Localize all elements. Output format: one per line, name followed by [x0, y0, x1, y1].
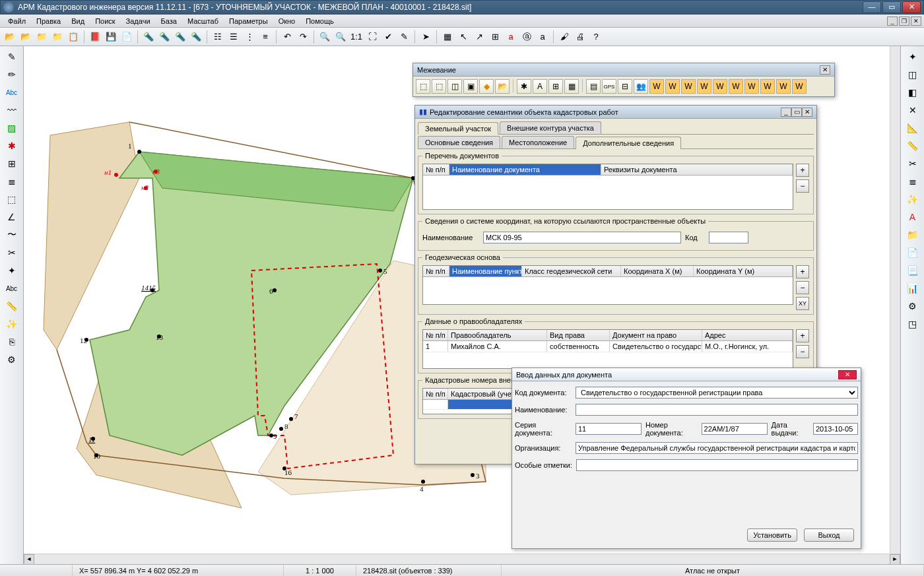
menu-search[interactable]: Поиск [90, 16, 120, 26]
flashlight3-icon[interactable]: 🔦 [173, 30, 187, 44]
r-doc2-icon[interactable]: 📃 [905, 263, 921, 278]
menu-view[interactable]: Вид [66, 16, 90, 26]
doc-name-input[interactable] [576, 404, 858, 416]
owner-add-button[interactable]: + [796, 329, 809, 342]
zoomout-icon[interactable]: 🔍 [333, 30, 348, 44]
mt-w5-icon[interactable]: W [713, 79, 727, 94]
geo-remove-button[interactable]: − [796, 281, 809, 294]
doc-date-input[interactable] [813, 423, 858, 435]
survey-toolbar-close-button[interactable]: ✕ [820, 65, 830, 75]
flashlight1-icon[interactable]: 🔦 [141, 30, 156, 44]
close-button[interactable]: ✕ [902, 1, 921, 13]
r-chart-icon[interactable]: 📊 [905, 280, 921, 296]
r-tool3-icon[interactable]: ◧ [905, 84, 921, 100]
menu-edit[interactable]: Правка [31, 16, 66, 26]
mt-gps-icon[interactable]: GPS [602, 79, 616, 94]
mt-poly4-icon[interactable]: ▣ [463, 79, 478, 94]
mt-w1-icon[interactable]: W [649, 79, 664, 94]
docs-remove-button[interactable]: − [796, 179, 809, 193]
owner-remove-button[interactable]: − [796, 345, 809, 358]
mt-w3-icon[interactable]: W [681, 79, 696, 94]
mt-a-icon[interactable]: A [533, 79, 547, 94]
flashlight2-icon[interactable]: 🔦 [157, 30, 172, 44]
polyline-icon[interactable]: 〰 [4, 102, 20, 118]
horizontal-scrollbar[interactable]: ◄ ► [24, 554, 900, 564]
close-doc-icon[interactable]: 📄 [119, 30, 134, 44]
mt-w2-icon[interactable]: W [665, 79, 680, 94]
copy2-icon[interactable]: ⎘ [4, 334, 20, 350]
menu-window[interactable]: Окно [273, 16, 301, 26]
r-folder-icon[interactable]: 📁 [905, 227, 921, 243]
star-icon[interactable]: ✱ [4, 138, 20, 154]
r-tool2-icon[interactable]: ◫ [905, 67, 921, 82]
tab-land-parcel[interactable]: Земельный участок [418, 122, 498, 135]
open-icon[interactable]: 📂 [3, 30, 17, 44]
subtab-main[interactable]: Основные сведения [418, 136, 500, 148]
mt-w7-icon[interactable]: W [744, 79, 759, 94]
r-measure-icon[interactable]: 📐 [905, 120, 921, 136]
mt-diamond-icon[interactable]: ◆ [479, 79, 494, 94]
geo-xy-button[interactable]: XY [796, 297, 809, 310]
r-stack-icon[interactable]: ≣ [905, 174, 921, 189]
doc-cancel-button[interactable]: Выход [804, 528, 854, 542]
mdi-close-button[interactable]: ✕ [911, 16, 921, 26]
mdi-restore-button[interactable]: ❐ [899, 16, 909, 26]
menu-help[interactable]: Помощь [300, 16, 339, 26]
mt-poly3-icon[interactable]: ◫ [447, 79, 462, 94]
doc-code-select[interactable]: Свидетельство о государственной регистра… [576, 387, 858, 399]
copy-icon[interactable]: 📋 [66, 30, 81, 44]
mt-w6-icon[interactable]: W [729, 79, 743, 94]
pen-icon[interactable]: ✎ [4, 49, 20, 65]
semantics-close-button[interactable]: ✕ [802, 108, 812, 117]
mt-tree-icon[interactable]: ⊟ [618, 79, 632, 94]
scroll-left-button[interactable]: ◄ [24, 554, 34, 565]
book-icon[interactable]: 📕 [88, 30, 102, 44]
mt-w9-icon[interactable]: W [776, 79, 791, 94]
stack-icon[interactable]: ≣ [4, 174, 20, 189]
docs-add-button[interactable]: + [796, 164, 809, 177]
r-doc-icon[interactable]: 📄 [905, 245, 921, 261]
grid-icon[interactable]: ⊞ [488, 30, 502, 44]
grid2-icon[interactable]: ⊞ [4, 156, 20, 172]
list1-icon[interactable]: ☰ [226, 30, 241, 44]
scroll-right-button[interactable]: ► [890, 554, 900, 565]
doc-ok-button[interactable]: Установить [747, 528, 797, 542]
print-icon[interactable]: 🖨 [573, 30, 587, 44]
mt-grid-icon[interactable]: ⊞ [548, 79, 563, 94]
zoomin-icon[interactable]: 🔍 [317, 30, 332, 44]
text-a3-icon[interactable]: a [535, 30, 550, 44]
cursor3-icon[interactable]: ↗ [472, 30, 486, 44]
eyedrop-icon[interactable]: ✎ [397, 30, 411, 44]
bullets-icon[interactable]: ⋮ [242, 30, 257, 44]
magic-icon[interactable]: ✨ [4, 316, 20, 332]
brush-icon[interactable]: 🖌 [557, 30, 572, 44]
r-gear-icon[interactable]: ⚙ [905, 298, 921, 314]
ruler-icon[interactable]: 📏 [4, 298, 20, 314]
save-icon[interactable]: 💾 [104, 30, 118, 44]
text-abc-icon[interactable]: Abc [4, 84, 20, 100]
document-dialog-close-button[interactable]: ✕ [838, 370, 857, 379]
undo-icon[interactable]: ↶ [280, 30, 294, 44]
list2-icon[interactable]: ≡ [258, 30, 273, 44]
cursor2-icon[interactable]: ↖ [456, 30, 471, 44]
maximize-button[interactable]: ▭ [882, 1, 901, 13]
menu-params[interactable]: Параметры [224, 16, 273, 26]
mt-org-icon[interactable]: 👥 [634, 79, 648, 94]
cursor-icon[interactable]: ➤ [418, 30, 433, 44]
menu-tasks[interactable]: Задачи [121, 16, 156, 26]
geo-add-button[interactable]: + [796, 265, 809, 278]
hatch-icon[interactable]: ▨ [4, 120, 20, 136]
gear-icon[interactable]: ⚙ [4, 352, 20, 368]
vertical-scrollbar[interactable] [890, 46, 900, 554]
semantics-min-button[interactable]: _ [781, 108, 791, 117]
sparkle-icon[interactable]: ✦ [4, 263, 20, 278]
r-compass-icon[interactable]: ✕ [905, 102, 921, 118]
select-icon[interactable]: ⬚ [4, 191, 20, 207]
mt-w10-icon[interactable]: W [792, 79, 807, 94]
help-icon[interactable]: ? [589, 30, 603, 44]
r-text-icon[interactable]: A [905, 209, 921, 225]
r-scissors-icon[interactable]: ✂ [905, 156, 921, 172]
table-icon[interactable]: ▦ [440, 30, 455, 44]
mt-star-icon[interactable]: ✱ [517, 79, 531, 94]
r-tool1-icon[interactable]: ✦ [905, 49, 921, 65]
